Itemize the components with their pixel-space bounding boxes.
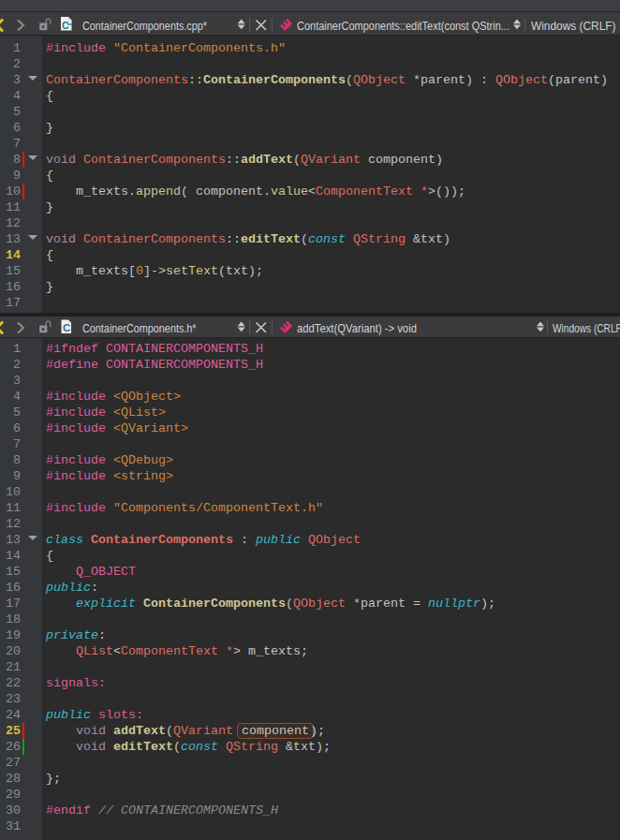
svg-text:C: C <box>63 322 70 333</box>
